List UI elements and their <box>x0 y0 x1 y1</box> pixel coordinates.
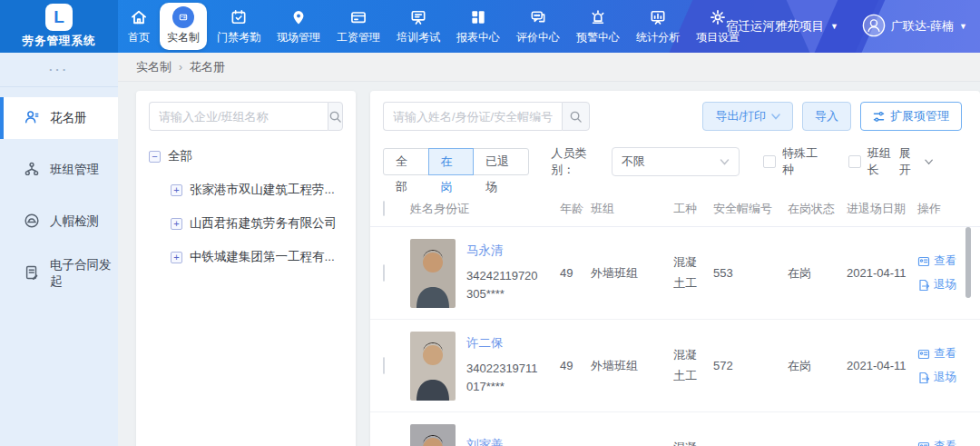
col-header: 在岗状态 <box>788 201 847 217</box>
contract-icon <box>24 264 40 283</box>
breadcrumb-item[interactable]: 实名制 <box>136 59 172 75</box>
worker-trade: 混凝土工 <box>673 253 701 292</box>
person-category-value: 不限 <box>622 154 645 170</box>
company-tree: − 全部 + 张家港市双山建筑工程劳... + 山西君拓建筑劳务有限公司 + 中… <box>149 148 343 265</box>
tree-node-company[interactable]: + 山西君拓建筑劳务有限公司 <box>171 215 343 232</box>
expand-filters-link[interactable]: 展开 <box>899 145 933 178</box>
worker-status: 在岗 <box>788 265 847 282</box>
worker-age: 49 <box>560 266 591 280</box>
col-header: 操作 <box>917 201 979 217</box>
expand-node-icon[interactable]: + <box>171 252 182 263</box>
person-category-select[interactable]: 不限 <box>612 147 740 176</box>
sidebar-item-roster[interactable]: 花名册 <box>0 97 118 139</box>
app-window: L 劳务管理系统 首页 实名制 门禁考勤 <box>0 0 980 446</box>
view-icon <box>917 255 930 268</box>
tree-node-all[interactable]: − 全部 <box>149 148 343 164</box>
bank-card-icon <box>349 7 368 27</box>
nav-item-access-attendance[interactable]: 门禁考勤 <box>209 0 269 53</box>
company-tree-panel: − 全部 + 张家港市双山建筑工程劳... + 山西君拓建筑劳务有限公司 + 中… <box>136 91 356 446</box>
sidebar-item-label: 花名册 <box>50 110 87 126</box>
special-trade-checkbox[interactable]: 特殊工种 <box>763 145 825 178</box>
expand-node-icon[interactable]: + <box>171 218 182 230</box>
row-checkbox[interactable] <box>383 264 385 282</box>
home-icon <box>130 7 148 27</box>
nav-item-report-center[interactable]: 报表中心 <box>448 0 508 53</box>
view-action[interactable]: 查看 <box>917 439 979 446</box>
nav-item-home[interactable]: 首页 <box>120 0 158 53</box>
tree-node-company[interactable]: + 张家港市双山建筑工程劳... <box>171 182 343 198</box>
top-nav: 首页 实名制 门禁考勤 现场管理 <box>120 0 748 53</box>
view-icon <box>917 441 930 446</box>
select-all-checkbox[interactable] <box>383 201 385 216</box>
vertical-scrollbar[interactable] <box>965 227 971 298</box>
sidebar-item-team-management[interactable]: 班组管理 <box>0 149 118 191</box>
row-checkbox[interactable] <box>383 357 385 374</box>
sidebar-item-econtract[interactable]: 电子合同发起 <box>0 253 118 294</box>
nav-item-statistics-analysis[interactable]: 统计分析 <box>628 0 688 53</box>
caret-down-icon: ▼ <box>830 22 838 31</box>
worker-name-link[interactable]: 刘家善 <box>466 437 539 446</box>
nav-label: 培训考试 <box>397 30 440 45</box>
worker-group: 外墙班组 <box>591 358 673 374</box>
filter-row: 全部 在岗 已退场 人员类别： 不限 特殊工种 班组长 <box>370 145 980 178</box>
extend-manage-button[interactable]: 扩展项管理 <box>860 102 962 131</box>
nav-label: 报表中心 <box>456 30 500 45</box>
team-leader-checkbox[interactable]: 班组长 <box>848 145 899 178</box>
worker-search-input[interactable] <box>383 102 562 131</box>
nav-item-site-management[interactable]: 现场管理 <box>269 0 328 53</box>
worker-name-link[interactable]: 许二保 <box>466 335 538 352</box>
tab-all[interactable]: 全部 <box>383 148 429 175</box>
import-button[interactable]: 导入 <box>802 102 851 131</box>
exit-label: 退场 <box>934 277 956 292</box>
expand-node-icon[interactable]: + <box>171 184 182 196</box>
sidebar-item-label: 人帽检测 <box>50 213 99 230</box>
nav-label: 统计分析 <box>636 30 680 45</box>
worker-search-button[interactable] <box>562 102 590 131</box>
collapse-node-icon[interactable]: − <box>149 151 161 163</box>
table-header: 姓名身份证 年龄 班组 工种 安全帽编号 在岗状态 进退场日期 操作 <box>370 191 980 227</box>
breadcrumb-separator: › <box>179 61 182 74</box>
nav-label: 预警中心 <box>576 30 620 45</box>
app-brand: L 劳务管理系统 <box>0 0 118 53</box>
nav-item-salary-management[interactable]: 工资管理 <box>328 0 388 53</box>
nav-item-training-exam[interactable]: 培训考试 <box>388 0 448 53</box>
nav-item-alert-center[interactable]: 预警中心 <box>568 0 628 53</box>
nav-item-realname[interactable]: 实名制 <box>160 3 207 50</box>
tree-search-input[interactable] <box>149 102 328 131</box>
top-bar: L 劳务管理系统 首页 实名制 门禁考勤 <box>0 0 980 53</box>
sidebar-item-helmet-detection[interactable]: 人帽检测 <box>0 201 118 243</box>
worker-trade: 混凝土工 <box>673 438 701 446</box>
alarm-icon <box>589 7 607 27</box>
export-print-button[interactable]: 导出/打印 <box>702 102 793 131</box>
app-title: 劳务管理系统 <box>23 34 96 49</box>
nav-item-evaluation-center[interactable]: 评价中心 <box>508 0 568 53</box>
person-category-label: 人员类别： <box>551 145 606 178</box>
tree-node-company[interactable]: + 中铁城建集团第一工程有... <box>171 249 343 265</box>
nav-label: 现场管理 <box>277 30 320 45</box>
exit-label: 退场 <box>934 370 956 385</box>
tab-on-duty[interactable]: 在岗 <box>428 148 475 175</box>
worker-photo <box>410 424 456 446</box>
status-tabs: 全部 在岗 已退场 <box>383 148 529 175</box>
worker-trade: 混凝土工 <box>673 345 701 385</box>
team-icon <box>24 161 40 180</box>
worker-id: 34242119720305**** <box>466 267 538 303</box>
view-icon <box>917 348 930 361</box>
training-board-icon <box>409 7 427 27</box>
tree-search-button[interactable] <box>328 102 343 131</box>
app-logo: L <box>45 4 73 31</box>
worker-id: 34022319711017**** <box>466 360 538 396</box>
view-action[interactable]: 查看 <box>917 346 979 362</box>
tab-exited[interactable]: 已退场 <box>473 148 529 175</box>
sidebar-item-label: 电子合同发起 <box>50 257 118 290</box>
view-label: 查看 <box>934 253 956 269</box>
nav-label: 评价中心 <box>516 30 560 45</box>
worker-name-link[interactable]: 马永清 <box>466 243 538 259</box>
user-menu[interactable]: 广联达-薛楠 ▼ <box>862 0 967 53</box>
export-print-label: 导出/打印 <box>715 108 766 124</box>
exit-action[interactable]: 退场 <box>917 370 979 385</box>
tree-node-label: 中铁城建集团第一工程有... <box>190 249 335 265</box>
project-selector[interactable]: 宿迁运河雅苑项目 ▼ <box>726 0 838 53</box>
col-header: 进退场日期 <box>847 201 917 217</box>
sidebar-collapse-toggle[interactable]: ··· <box>0 53 118 87</box>
